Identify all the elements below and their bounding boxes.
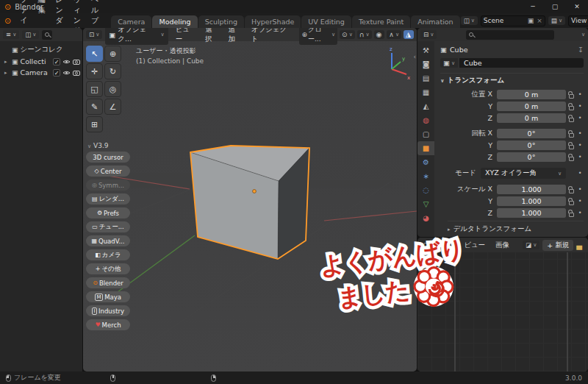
panel-button[interactable]: ◎ Symm... <box>86 179 130 191</box>
tool-button[interactable]: ✎ <box>86 99 103 115</box>
lock-icon[interactable] <box>569 145 574 149</box>
value-field[interactable]: 0 m <box>497 90 566 99</box>
checkbox[interactable]: ✓ <box>53 58 60 65</box>
properties-tab[interactable]: ▢ <box>417 127 434 141</box>
panel-button[interactable]: M Maya <box>86 291 130 302</box>
properties-tab[interactable]: ▽ <box>417 197 434 211</box>
tool-button[interactable]: ◱ <box>86 81 103 97</box>
outliner-row[interactable]: ▸ ▣ Collecti ✓ <box>0 56 82 67</box>
cube-object[interactable] <box>190 146 309 259</box>
tool-button[interactable]: ⊕ <box>104 46 121 62</box>
value-field[interactable]: 1.000 <box>497 208 566 218</box>
lock-icon[interactable] <box>569 213 574 217</box>
viewlayer-type-dropdown[interactable]: ▤∨ <box>548 16 565 25</box>
animate-dot[interactable]: • <box>576 142 584 149</box>
new-image-button[interactable]: + 新規 <box>542 240 573 251</box>
value-field[interactable]: 1.000 <box>497 185 566 194</box>
properties-tab[interactable]: ▤ <box>417 71 434 85</box>
workspace-tab[interactable]: HyperShade <box>245 15 301 28</box>
panel-button[interactable]: ▭ チュー... <box>86 221 130 232</box>
workspace-tab[interactable]: Camera <box>111 15 151 28</box>
lock-icon[interactable] <box>569 201 574 205</box>
animate-dot[interactable]: • <box>576 103 584 110</box>
rotation-mode-dropdown[interactable]: XYZ オイラー角∨ <box>481 168 566 179</box>
pin-icon[interactable]: ↧ <box>578 46 584 54</box>
panel-button[interactable]: + その他 <box>86 263 130 274</box>
copy-scene-icon[interactable]: ▣ <box>528 17 534 24</box>
blender-menu-icon[interactable]: ⊙ <box>4 16 11 26</box>
header-icon-button[interactable]: ⊙∨ <box>340 30 355 39</box>
open-image-folder-icon[interactable]: ▄ <box>576 241 582 249</box>
workspace-tab[interactable]: Animation <box>411 15 459 28</box>
filter-dropdown-icon[interactable]: ∨ <box>581 32 585 38</box>
tool-button[interactable]: ✛ <box>86 63 103 79</box>
properties-tab[interactable]: ▦ <box>417 85 434 99</box>
animate-dot[interactable]: • <box>576 210 584 216</box>
properties-tab[interactable]: ◌ <box>417 183 434 197</box>
properties-tab[interactable]: ∗ <box>417 169 434 183</box>
outliner-row[interactable]: ▸ ▣ Camera ✓ <box>0 67 82 78</box>
workspace-tab[interactable]: Modeling <box>152 15 197 28</box>
header-icon-button[interactable]: ∧∨ <box>387 30 401 39</box>
animate-dot[interactable]: • <box>576 130 584 137</box>
workspace-tab[interactable]: UV Editing <box>301 15 351 28</box>
tool-button[interactable]: ↖ <box>86 46 103 62</box>
object-name-field[interactable]: Cube <box>459 58 584 68</box>
tool-button[interactable]: ⊞ <box>86 116 103 132</box>
properties-type-dropdown[interactable]: ⊟∨ <box>420 30 437 39</box>
lock-icon[interactable] <box>569 106 574 110</box>
expand-arrow-icon[interactable]: ▸ <box>4 59 10 65</box>
animate-dot[interactable]: • <box>576 91 584 98</box>
properties-tab[interactable]: ⚒ <box>417 43 434 57</box>
value-field[interactable]: 0° <box>497 141 566 150</box>
maximize-button[interactable]: ▢ <box>544 0 566 13</box>
view-layer-selector[interactable]: View Layer ▣ × <box>568 15 588 26</box>
lock-icon[interactable] <box>569 94 574 99</box>
tool-button[interactable]: ∠ <box>104 99 121 115</box>
animate-dot[interactable]: • <box>576 115 584 121</box>
value-field[interactable]: 0 m <box>497 113 566 123</box>
checkbox[interactable]: ✓ <box>53 69 60 77</box>
image-menu-item[interactable]: 画像 <box>491 241 514 250</box>
outliner-type-dropdown[interactable]: ≡∨ <box>3 30 19 39</box>
properties-tab[interactable]: ◕ <box>417 211 434 225</box>
object-type-chip[interactable]: ▣∨ <box>440 58 458 68</box>
lock-icon[interactable] <box>569 157 574 161</box>
viewport-type-dropdown[interactable]: ⊡∨ <box>86 30 102 39</box>
panel-button[interactable]: ⊙ Blender <box>86 277 130 288</box>
value-field[interactable]: 1.000 <box>497 196 566 206</box>
close-button[interactable]: ✕ <box>566 0 588 13</box>
scene-selector[interactable]: Scene ▣ × <box>481 15 545 26</box>
minimize-button[interactable]: ─ <box>522 0 544 13</box>
header-icon-button[interactable]: ◮ <box>404 30 414 39</box>
panel-button[interactable]: I Industry <box>86 305 130 316</box>
lock-icon[interactable] <box>569 118 574 122</box>
hide-eye-icon[interactable] <box>62 70 71 76</box>
animate-dot[interactable]: • <box>576 198 584 205</box>
sidebar-toggle-arrow[interactable]: ‹ <box>413 53 416 60</box>
expand-arrow-icon[interactable]: ▸ <box>4 70 10 76</box>
browse-image-dropdown[interactable]: ◪∨ <box>523 241 539 249</box>
outliner-row[interactable]: ▣ シーンコレク <box>0 43 82 56</box>
outliner-search-input[interactable] <box>42 30 52 40</box>
properties-tab[interactable]: ■ <box>417 141 434 155</box>
panel-button[interactable]: ◇ Center <box>86 166 130 177</box>
properties-tab[interactable]: ⚙ <box>417 155 434 169</box>
outliner-display-dropdown[interactable]: ◫∨ <box>22 30 39 39</box>
workspace-tab[interactable]: Sculpting <box>198 15 244 28</box>
lock-icon[interactable] <box>569 189 574 193</box>
camera-visibility-icon[interactable] <box>73 59 80 65</box>
animate-dot[interactable]: • <box>576 154 584 160</box>
properties-search-input[interactable] <box>466 30 554 40</box>
camera-visibility-icon[interactable] <box>73 70 80 76</box>
value-field[interactable]: 0° <box>497 129 566 138</box>
properties-tab[interactable]: ◙ <box>417 57 434 71</box>
panel-button[interactable]: ♥ Merch <box>86 319 130 330</box>
properties-tab[interactable]: ◍ <box>417 113 434 127</box>
panel-button[interactable]: ◧ カメラ <box>86 249 130 260</box>
scene-type-dropdown[interactable]: ◫∨ <box>461 16 478 25</box>
unlink-scene-icon[interactable]: × <box>537 17 542 24</box>
panel-button[interactable]: 3D cursor <box>86 152 130 163</box>
panel-title[interactable]: ∨ V3.9 <box>83 142 133 149</box>
value-field[interactable]: 0 m <box>497 102 566 111</box>
